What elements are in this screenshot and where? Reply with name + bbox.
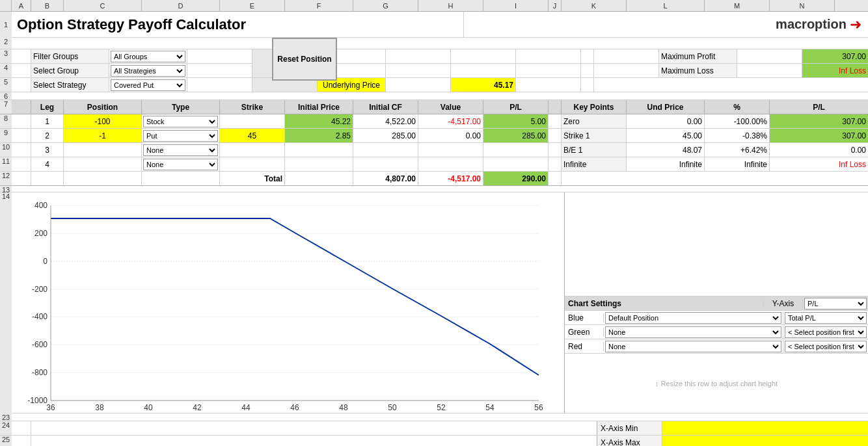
reset-position-button[interactable]: Reset Position xyxy=(272,38,337,81)
leg3-type-select[interactable]: None xyxy=(143,144,218,156)
leg1-type-select[interactable]: Stock xyxy=(143,116,218,127)
row-num-6: 6 xyxy=(0,92,12,99)
underlying-price-value: 45.17 xyxy=(451,78,516,92)
red-value-cell[interactable]: None xyxy=(604,340,783,353)
xaxis-min-label: X-Axis Min xyxy=(597,421,662,435)
payoff-chart: 400 200 0 -200 -400 -600 -800 -1000 36 3… xyxy=(18,192,552,413)
blue-value-cell[interactable]: Default Position xyxy=(604,311,783,324)
y-axis-select[interactable]: P/L xyxy=(804,298,867,309)
svg-text:200: 200 xyxy=(34,229,47,238)
kp-inf-pct: Infinite xyxy=(705,157,770,171)
blue-right-cell[interactable]: Total P/L xyxy=(783,311,868,324)
select-group-cell[interactable]: All Strategies xyxy=(109,64,187,77)
chart-green-row: Green None < Select position first xyxy=(565,325,868,339)
row3-d xyxy=(187,49,252,63)
leg4-value xyxy=(418,157,483,171)
chart-row-num: 14 xyxy=(0,192,12,413)
leg4-type-select[interactable]: None xyxy=(143,159,218,170)
y-axis-value-cell[interactable]: P/L xyxy=(803,298,868,309)
row6-empty xyxy=(12,92,868,99)
green-select[interactable]: None xyxy=(605,326,781,338)
app-title: Option Strategy Payoff Calculator xyxy=(12,16,246,33)
leg2-position[interactable]: -1 xyxy=(64,129,142,142)
row5-g xyxy=(386,78,451,92)
chart-blue-row: Blue Default Position Total P/L xyxy=(565,311,868,325)
col-header-g: G xyxy=(353,0,418,11)
row-num-5: 5 xyxy=(0,78,12,92)
svg-text:40: 40 xyxy=(144,403,153,412)
filter-groups-select[interactable]: All Groups xyxy=(111,51,185,62)
leg1-type-cell[interactable]: Stock xyxy=(142,114,220,128)
leg2-num: 2 xyxy=(31,129,64,142)
spreadsheet: A B C D E F G H I J K L M N 1 Option Str… xyxy=(0,0,868,446)
row-num-12: 12 xyxy=(0,172,12,185)
leg3-strike xyxy=(220,143,285,157)
row4-a xyxy=(12,64,31,77)
row3-k xyxy=(594,49,659,63)
xaxis-max-value[interactable] xyxy=(662,436,868,446)
col-header-b: B xyxy=(31,0,64,11)
xaxis-min-value[interactable] xyxy=(662,421,868,435)
red-right-cell[interactable]: < Select position first xyxy=(783,340,868,353)
xaxis-min-input[interactable] xyxy=(662,421,868,435)
svg-text:-200: -200 xyxy=(32,285,47,294)
leg3-position[interactable] xyxy=(64,143,142,157)
kp-inf-pl: Inf Loss xyxy=(770,157,868,171)
leg3-type-cell[interactable]: None xyxy=(142,143,220,157)
leg2-pl: 285.00 xyxy=(483,129,549,142)
red-select[interactable]: None xyxy=(605,341,781,352)
col-header-a: A xyxy=(12,0,31,11)
leg2-type-select[interactable]: Put xyxy=(143,130,218,142)
leg4-type-cell[interactable]: None xyxy=(142,157,220,171)
max-loss-value: Inf Loss xyxy=(802,64,868,77)
col-header-k: K xyxy=(562,0,627,11)
select-strategy-select[interactable]: Covered Put xyxy=(111,79,185,91)
total-initial-cf: 4,807.00 xyxy=(353,172,418,185)
col-header-e: E xyxy=(220,0,285,11)
svg-text:52: 52 xyxy=(437,403,446,412)
leg2-value: 0.00 xyxy=(418,129,483,142)
leg4-strike xyxy=(220,157,285,171)
total-pl: 290.00 xyxy=(483,172,549,185)
col-pl-header: P/L xyxy=(483,100,549,114)
row24-a xyxy=(12,421,31,435)
leg4-position[interactable] xyxy=(64,157,142,171)
row-num-23: 23 xyxy=(0,413,12,421)
red-label: Red xyxy=(565,342,604,351)
blue-right-select[interactable]: Total P/L xyxy=(785,312,867,324)
svg-text:48: 48 xyxy=(339,403,348,412)
select-strategy-cell[interactable]: Covered Put xyxy=(109,78,187,92)
green-right-cell[interactable]: < Select position first xyxy=(783,326,868,339)
leg1-position[interactable]: -100 xyxy=(64,114,142,128)
filter-groups-cell[interactable]: All Groups xyxy=(109,49,187,63)
row4-m xyxy=(737,64,802,77)
row11-a xyxy=(12,157,31,171)
col-header-n: N xyxy=(770,0,835,11)
col-header-l: L xyxy=(627,0,705,11)
green-right-select[interactable]: < Select position first xyxy=(785,326,867,338)
leg2-type-cell[interactable]: Put xyxy=(142,129,220,142)
leg2-strike: 45 xyxy=(220,129,285,142)
max-profit-label: Maximum Profit xyxy=(659,49,737,63)
leg1-pl: 5.00 xyxy=(483,114,549,128)
row12-j xyxy=(549,172,562,185)
kp-be1-pct: +6.42% xyxy=(705,143,770,157)
red-right-select[interactable]: < Select position first xyxy=(785,341,867,352)
blue-select[interactable]: Default Position xyxy=(605,312,781,324)
col-leg-header: Leg xyxy=(31,100,64,114)
kp-zero-pl: 307.00 xyxy=(770,114,868,128)
brand-icon: ➜ xyxy=(850,16,861,33)
svg-text:38: 38 xyxy=(95,403,104,412)
row5-a xyxy=(12,78,31,92)
row-num-11: 11 xyxy=(0,157,12,171)
green-value-cell[interactable]: None xyxy=(604,326,783,339)
row10-j xyxy=(549,143,562,157)
xaxis-max-input[interactable] xyxy=(662,436,868,446)
brand-name: macroption xyxy=(776,17,847,32)
right-chart-section: Chart Settings Y-Axis P/L Blue Default P… xyxy=(565,192,868,413)
leg1-initial-price: 45.22 xyxy=(285,114,353,128)
row-num-2: 2 xyxy=(0,38,12,49)
select-group-select[interactable]: All Strategies xyxy=(111,65,185,77)
kp-be1-label: B/E 1 xyxy=(562,143,627,157)
svg-text:-400: -400 xyxy=(32,312,47,321)
